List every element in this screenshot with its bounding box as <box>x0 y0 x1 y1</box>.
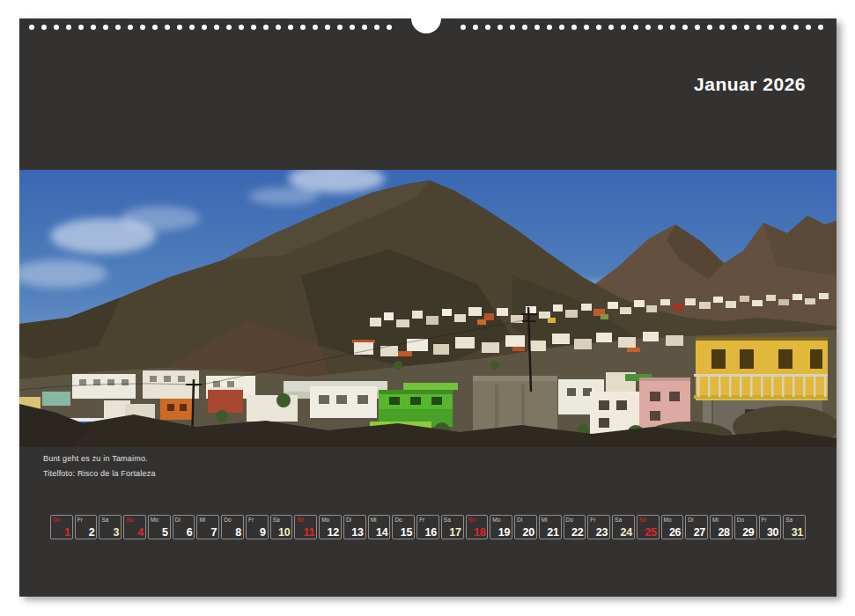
weekday-label: Fr <box>248 517 254 523</box>
weekday-label: Sa <box>444 517 451 523</box>
day-cell-18: So18 <box>466 515 489 539</box>
punch-hole <box>645 25 651 30</box>
punch-hole <box>621 25 626 30</box>
punch-hole <box>707 25 712 30</box>
weekday-label: Mi <box>371 517 377 523</box>
weekday-label: So <box>639 517 646 523</box>
punch-hole <box>818 25 823 30</box>
day-number: 6 <box>187 526 193 539</box>
day-number: 31 <box>792 526 803 539</box>
day-cell-9: Fr9 <box>246 515 269 539</box>
punch-hole <box>633 25 638 30</box>
punch-hole <box>288 25 293 30</box>
day-cell-2: Fr2 <box>75 515 98 539</box>
punch-hole <box>793 25 799 30</box>
day-cell-30: Fr30 <box>759 515 782 539</box>
day-cell-10: Sa10 <box>270 515 293 539</box>
punch-hole <box>608 25 614 30</box>
weekday-label: Fr <box>419 517 424 523</box>
weekday-label: Mo <box>664 517 672 523</box>
day-number: 29 <box>742 526 754 539</box>
day-number: 15 <box>401 526 412 539</box>
day-number: 2 <box>89 526 95 539</box>
punch-hole <box>202 25 207 30</box>
day-cell-6: Di6 <box>173 515 195 539</box>
day-cell-24: Sa24 <box>612 515 635 539</box>
punch-hole <box>756 25 762 30</box>
punch-hole <box>325 25 330 30</box>
punch-hole <box>140 25 145 30</box>
punch-hole <box>584 25 589 30</box>
day-cell-3: Sa3 <box>99 515 122 539</box>
day-cell-23: Fr23 <box>587 515 610 539</box>
weekday-label: Do <box>53 517 60 523</box>
day-number: 23 <box>596 526 608 539</box>
weekday-label: So <box>297 517 304 523</box>
punch-hole <box>350 25 355 30</box>
weekday-label: So <box>126 517 133 523</box>
day-number: 19 <box>498 526 510 539</box>
day-number: 24 <box>620 526 631 539</box>
punch-hole <box>473 25 478 30</box>
punch-hole <box>337 25 343 30</box>
punch-hole <box>226 25 232 30</box>
weekday-label: Di <box>346 517 351 523</box>
day-cell-12: Mo12 <box>319 515 342 539</box>
weekday-label: So <box>468 517 475 523</box>
day-cell-14: Mi14 <box>368 515 391 539</box>
weekday-label: Di <box>517 517 522 523</box>
punch-hole <box>239 25 244 30</box>
weekday-label: Fr <box>590 517 595 523</box>
day-cell-5: Mo5 <box>148 515 171 539</box>
weekday-label: Mi <box>542 517 548 523</box>
punch-hole <box>806 25 811 30</box>
day-number: 17 <box>449 526 461 539</box>
punch-hole <box>571 25 577 30</box>
weekday-label: Sa <box>785 517 792 523</box>
day-number: 11 <box>304 526 315 539</box>
punch-hole <box>115 25 121 30</box>
weekday-label: Mi <box>199 517 205 523</box>
day-number: 10 <box>278 526 290 539</box>
day-number: 28 <box>718 526 729 539</box>
punch-hole <box>522 25 527 30</box>
punch-hole <box>91 25 96 30</box>
day-cell-7: Mi7 <box>196 515 219 539</box>
day-number: 14 <box>376 526 387 539</box>
day-cell-20: Di20 <box>514 515 537 539</box>
calendar-sheet: Januar 2026 <box>19 18 837 597</box>
calendar-photo-illustration <box>19 170 837 447</box>
weekday-label: Mi <box>712 517 719 523</box>
month-title: Januar 2026 <box>694 74 806 95</box>
punch-hole <box>534 25 540 30</box>
punch-hole <box>670 25 675 30</box>
hanger-hole <box>411 4 441 33</box>
punch-hole <box>214 25 219 30</box>
weekday-label: Do <box>394 517 402 523</box>
day-number: 16 <box>425 526 437 539</box>
tamaimo-panorama <box>19 170 837 447</box>
punch-hole <box>695 25 700 30</box>
day-cell-1: Do1 <box>50 515 73 539</box>
punch-hole <box>387 25 392 30</box>
punch-hole <box>300 25 306 30</box>
day-number: 13 <box>351 526 363 539</box>
punch-hole <box>362 25 367 30</box>
punch-hole <box>732 25 737 30</box>
day-cell-31: Sa31 <box>783 515 806 539</box>
punch-hole <box>658 25 663 30</box>
weekday-label: Sa <box>273 517 280 523</box>
punch-hole <box>510 25 515 30</box>
punch-hole <box>263 25 269 30</box>
day-cell-29: Do29 <box>734 515 757 539</box>
day-cell-13: Di13 <box>343 515 366 539</box>
day-number: 9 <box>260 526 266 539</box>
day-number: 18 <box>474 526 485 539</box>
day-cell-17: Sa17 <box>441 515 464 539</box>
punch-hole <box>66 25 71 30</box>
weekday-label: Sa <box>101 517 108 523</box>
weekday-label: Mo <box>151 517 158 523</box>
weekday-label: Di <box>175 517 181 523</box>
weekday-label: Di <box>688 517 693 523</box>
punch-hole <box>78 25 84 30</box>
